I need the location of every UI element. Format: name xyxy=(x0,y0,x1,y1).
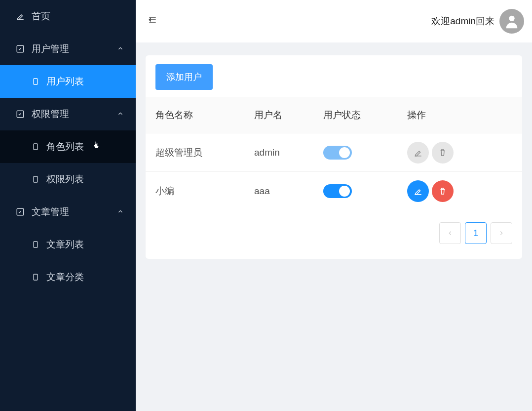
col-action-header: 操作 xyxy=(407,109,512,122)
table-row: 小编 aaa xyxy=(146,172,522,210)
chevron-up-icon xyxy=(117,206,124,217)
page-prev-button[interactable] xyxy=(439,222,461,244)
nav-perm-mgmt[interactable]: 权限管理 xyxy=(0,98,136,130)
nav-perm-list[interactable]: 权限列表 xyxy=(0,163,136,196)
edit-button[interactable] xyxy=(407,180,429,202)
document-icon xyxy=(32,241,39,248)
welcome-text: 欢迎admin回来 xyxy=(431,15,494,28)
status-toggle[interactable] xyxy=(323,184,352,198)
nav-article-mgmt-label: 文章管理 xyxy=(32,206,69,218)
edit-square-icon xyxy=(16,207,25,216)
status-toggle[interactable] xyxy=(323,146,352,160)
card: 添加用户 角色名称 用户名 用户状态 操作 超级管理员 admin xyxy=(146,55,522,259)
menu-toggle-button[interactable] xyxy=(144,11,161,32)
svg-rect-4 xyxy=(34,176,38,182)
nav-article-list-label: 文章列表 xyxy=(46,238,84,251)
delete-button[interactable] xyxy=(432,142,454,164)
nav-home[interactable]: 首页 xyxy=(0,0,136,33)
add-user-button[interactable]: 添加用户 xyxy=(155,64,213,90)
cell-user: admin xyxy=(254,147,323,158)
cell-role: 超级管理员 xyxy=(155,146,254,159)
cell-role: 小编 xyxy=(155,185,254,198)
pagination: 1 xyxy=(146,210,522,259)
document-icon xyxy=(32,175,39,183)
document-icon xyxy=(32,273,39,281)
table-header: 角色名称 用户名 用户状态 操作 xyxy=(146,97,522,133)
col-user-header: 用户名 xyxy=(254,109,323,122)
col-status-header: 用户状态 xyxy=(323,109,407,122)
cell-status xyxy=(323,184,407,198)
nav-role-list[interactable]: 角色列表 xyxy=(0,130,136,163)
user-table: 角色名称 用户名 用户状态 操作 超级管理员 admin xyxy=(146,97,522,210)
document-icon xyxy=(32,78,39,85)
nav-article-list[interactable]: 文章列表 xyxy=(0,228,136,261)
svg-rect-7 xyxy=(34,274,38,280)
nav-role-list-label: 角色列表 xyxy=(46,140,84,153)
document-icon xyxy=(32,143,39,151)
nav-article-cat-label: 文章分类 xyxy=(46,271,84,284)
table-row: 超级管理员 admin xyxy=(146,133,522,172)
sidebar: 首页 用户管理 用户列表 权限管理 角色列表 权限列 xyxy=(0,0,136,411)
nav-user-list[interactable]: 用户列表 xyxy=(0,65,136,98)
nav-user-list-label: 用户列表 xyxy=(46,75,84,88)
edit-square-icon xyxy=(16,44,25,53)
page-number-button[interactable]: 1 xyxy=(465,222,487,244)
content: 添加用户 角色名称 用户名 用户状态 操作 超级管理员 admin xyxy=(136,42,532,411)
delete-button[interactable] xyxy=(432,180,454,202)
cell-action xyxy=(407,180,512,202)
nav-home-label: 首页 xyxy=(32,10,50,23)
nav-article-mgmt[interactable]: 文章管理 xyxy=(0,196,136,228)
svg-rect-3 xyxy=(34,144,38,150)
main: 欢迎admin回来 添加用户 角色名称 用户名 用户状态 操作 超级管理员 ad… xyxy=(136,0,532,411)
svg-rect-6 xyxy=(34,242,38,247)
col-role-header: 角色名称 xyxy=(155,109,254,122)
cell-action xyxy=(407,142,512,164)
nav-perm-mgmt-label: 权限管理 xyxy=(32,108,69,121)
cell-status xyxy=(323,146,407,160)
nav-user-mgmt[interactable]: 用户管理 xyxy=(0,33,136,65)
header: 欢迎admin回来 xyxy=(136,0,532,42)
chevron-up-icon xyxy=(117,109,124,120)
edit-square-icon xyxy=(16,110,25,119)
avatar[interactable] xyxy=(499,9,524,34)
cell-user: aaa xyxy=(254,186,323,197)
nav-perm-list-label: 权限列表 xyxy=(46,173,84,186)
chevron-up-icon xyxy=(117,43,124,54)
nav-article-cat[interactable]: 文章分类 xyxy=(0,261,136,293)
page-next-button[interactable] xyxy=(491,222,512,244)
svg-point-8 xyxy=(509,16,514,21)
edit-button[interactable] xyxy=(407,142,429,164)
edit-icon xyxy=(16,12,25,21)
header-right: 欢迎admin回来 xyxy=(431,9,524,34)
svg-rect-1 xyxy=(34,79,38,84)
nav-user-mgmt-label: 用户管理 xyxy=(32,42,69,55)
